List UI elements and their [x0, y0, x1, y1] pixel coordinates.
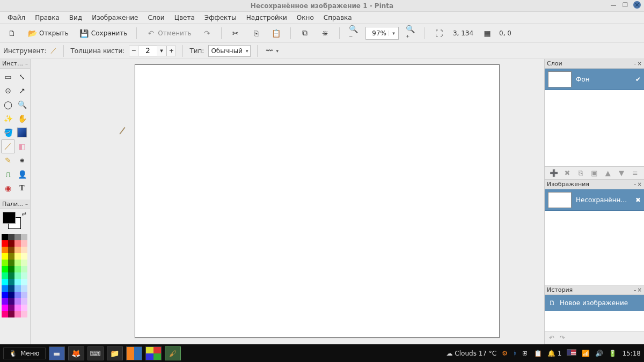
canvas[interactable] — [135, 64, 500, 338]
color-swatch[interactable] — [21, 311, 27, 317]
zoom-in-button[interactable]: 🔍⁺ — [402, 26, 419, 40]
menu-image[interactable]: Изображение — [87, 12, 142, 23]
swap-colors-icon[interactable]: ⇄ — [22, 211, 26, 217]
menu-edit[interactable]: Правка — [31, 12, 64, 23]
deselect-button[interactable]: ⛯ — [317, 26, 334, 40]
color-swatch[interactable] — [8, 266, 14, 272]
tool-paint-bucket[interactable]: 🪣 — [1, 125, 15, 139]
duplicate-layer-icon[interactable]: ⎘ — [576, 168, 586, 178]
tool-move-selection[interactable]: ↗ — [15, 84, 29, 98]
menu-colors[interactable]: Цвета — [170, 12, 199, 23]
color-swatch[interactable] — [2, 292, 8, 298]
copy-button[interactable]: ⎘ — [247, 26, 265, 40]
color-swatch[interactable] — [21, 305, 27, 311]
layer-properties-icon[interactable]: ≡ — [630, 168, 640, 178]
color-swatch[interactable] — [14, 305, 21, 311]
tool-pencil[interactable]: ✎ — [1, 153, 15, 167]
tray-bluetooth-icon[interactable]: ᚼ — [513, 350, 517, 357]
tray-clipboard-icon[interactable]: 📋 — [534, 350, 542, 357]
tool-move-selected[interactable]: ⤡ — [15, 70, 29, 84]
tool-text[interactable]: T — [15, 181, 29, 195]
tool-shapes[interactable]: ◉ — [1, 181, 15, 195]
menu-file[interactable]: Файл — [3, 12, 30, 23]
zoom-level-combo[interactable]: 97% ▾ — [365, 27, 399, 40]
color-swatch[interactable] — [8, 272, 14, 279]
color-swatch[interactable] — [8, 247, 14, 253]
color-swatch[interactable] — [21, 266, 27, 272]
color-swatch[interactable] — [2, 272, 8, 279]
tray-security-icon[interactable]: ⛨ — [522, 350, 529, 357]
color-swatch[interactable] — [14, 272, 21, 279]
color-swatch[interactable] — [21, 279, 27, 285]
color-swatch[interactable] — [14, 234, 21, 240]
menu-window[interactable]: Окно — [292, 12, 318, 23]
tool-clone-stamp[interactable]: ⎍ — [1, 167, 15, 181]
zoom-out-button[interactable]: 🔍⁻ — [345, 26, 362, 40]
menu-view[interactable]: Вид — [65, 12, 86, 23]
menu-effects[interactable]: Эффекты — [200, 12, 241, 23]
tool-gradient[interactable]: g — [17, 128, 27, 137]
menu-help[interactable]: Справка — [319, 12, 356, 23]
smooth-mode-combo[interactable]: 〰 ▾ — [264, 45, 281, 57]
color-swatch[interactable] — [14, 298, 21, 305]
layer-row[interactable]: Фон ✔ — [545, 69, 644, 90]
color-swatch[interactable] — [14, 311, 21, 317]
color-swatch[interactable] — [21, 240, 27, 247]
color-swatch[interactable] — [2, 247, 8, 253]
color-swatch[interactable] — [14, 253, 21, 260]
color-swatch[interactable] — [14, 279, 21, 285]
panel-close-icon[interactable]: × — [638, 287, 642, 293]
crop-to-selection-button[interactable]: ⛶ — [430, 26, 448, 40]
history-row[interactable]: 🗋 Новое изображение — [545, 295, 644, 311]
panel-close-icon[interactable]: × — [638, 61, 642, 67]
tool-pan[interactable]: ✋ — [15, 112, 29, 125]
tray-keyboard-layout[interactable] — [567, 349, 576, 357]
foreground-color-swatch[interactable] — [3, 212, 16, 224]
tray-volume-icon[interactable]: 🔊 — [595, 350, 603, 357]
color-swatch[interactable] — [14, 247, 21, 253]
color-swatch[interactable] — [21, 247, 27, 253]
tool-lasso[interactable]: ⊙ — [1, 84, 15, 98]
color-swatch[interactable] — [8, 240, 14, 247]
color-swatch[interactable] — [21, 292, 27, 298]
color-swatch[interactable] — [14, 240, 21, 247]
color-swatch[interactable] — [8, 260, 14, 266]
open-button[interactable]: 📂Открыть — [24, 26, 72, 40]
crop-button[interactable]: ⧉ — [296, 26, 313, 40]
color-swatch[interactable] — [8, 253, 14, 260]
color-swatch[interactable] — [2, 260, 8, 266]
color-swatch[interactable] — [14, 266, 21, 272]
color-swatch[interactable] — [2, 234, 8, 240]
color-swatch[interactable] — [21, 234, 27, 240]
canvas-viewport[interactable]: ／ — [31, 59, 544, 344]
tool-recolor[interactable]: 👤 — [15, 167, 29, 181]
color-swatch[interactable] — [8, 292, 14, 298]
merge-down-icon[interactable]: ▣ — [589, 168, 599, 178]
redo-button[interactable]: ↷ — [199, 26, 216, 40]
tool-color-picker[interactable]: ⁕ — [15, 153, 29, 167]
color-swatch[interactable] — [8, 305, 14, 311]
delete-layer-icon[interactable]: ✖ — [562, 168, 572, 178]
brush-width-increment[interactable]: + — [166, 46, 176, 56]
start-menu-button[interactable]: 🐧 Меню — [3, 348, 46, 359]
move-up-icon[interactable]: ▲ — [603, 168, 613, 178]
color-swatch[interactable] — [2, 240, 8, 247]
color-swatch[interactable] — [8, 234, 14, 240]
tool-zoom[interactable]: 🔍 — [15, 98, 29, 112]
undo-history-icon[interactable]: ↶ — [549, 334, 554, 342]
task-files[interactable]: 📁 — [107, 346, 123, 360]
task-terminal[interactable]: ⌨ — [87, 346, 104, 360]
color-swatch[interactable] — [21, 285, 27, 292]
panel-close-icon[interactable]: × — [638, 181, 642, 187]
paste-button[interactable]: 📋 — [268, 26, 285, 40]
tray-clock[interactable]: 15:18 — [622, 350, 641, 357]
color-swatch[interactable] — [2, 311, 8, 317]
maximize-button[interactable]: ❐ — [621, 1, 629, 9]
close-button[interactable]: ✕ — [633, 1, 641, 9]
menu-addins[interactable]: Надстройки — [242, 12, 291, 23]
color-swatch[interactable] — [14, 260, 21, 266]
brush-type-combo[interactable]: Обычный ▾ — [208, 45, 251, 57]
color-swatch[interactable] — [8, 311, 14, 317]
minimize-button[interactable]: — — [610, 1, 617, 9]
panel-minimize-icon[interactable]: – — [25, 61, 28, 67]
